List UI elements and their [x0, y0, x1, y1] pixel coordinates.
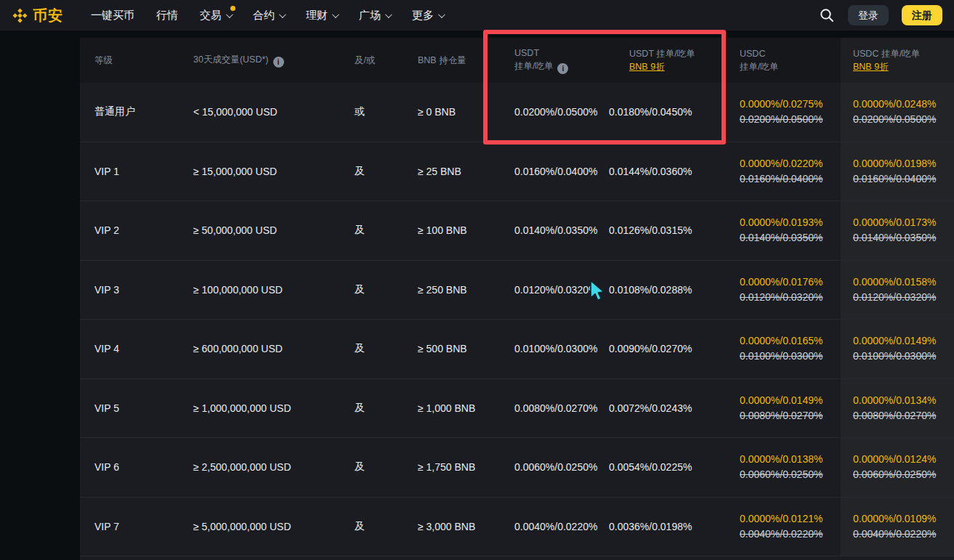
- usdc-fee-old: 0.0060%/0.0250%: [740, 467, 841, 482]
- nav-right: 登录 注册: [819, 5, 942, 25]
- usdc-bnb-fee-new: 0.0000%/0.0158%: [853, 275, 954, 290]
- level-cell: VIP 7: [80, 521, 190, 532]
- table-row: VIP 6 ≥ 2,500,000,000 USD 及 ≥ 1,750 BNB …: [80, 438, 954, 498]
- bnb-balance-cell: ≥ 3,000 BNB: [407, 521, 485, 532]
- nav-item-square[interactable]: 广场: [359, 9, 390, 23]
- usdc-bnb-fee-old: 0.0140%/0.0350%: [853, 230, 954, 245]
- volume-cell: ≥ 2,500,000,000 USD: [190, 461, 349, 473]
- nav-item-label: 理财: [306, 9, 328, 23]
- usdc-fee-cell: 0.0000%/0.0220% 0.0160%/0.0400%: [727, 156, 841, 187]
- table-row: VIP 1 ≥ 15,000,000 USD 及 ≥ 25 BNB 0.0160…: [80, 142, 954, 202]
- usdc-bnb-fee-old: 0.0060%/0.0250%: [853, 467, 954, 482]
- header-usdc-line1: USDC: [740, 47, 841, 60]
- usdc-bnb-fee-cell: 0.0000%/0.0158% 0.0120%/0.0320%: [841, 261, 954, 320]
- usdc-fee-cell: 0.0000%/0.0193% 0.0140%/0.0350%: [727, 215, 841, 245]
- usdc-fee-new: 0.0000%/0.0149%: [740, 393, 841, 408]
- chevron-down-icon: [226, 11, 233, 18]
- fee-table-body: 普通用户 < 15,000,000 USD 或 ≥ 0 BNB 0.0200%/…: [80, 83, 954, 556]
- usdc-fee-old: 0.0140%/0.0350%: [740, 230, 841, 245]
- usdt-fee-cell: 0.0100%/0.0300%: [485, 343, 596, 354]
- chevron-down-icon: [385, 11, 392, 18]
- search-icon[interactable]: [819, 7, 835, 23]
- header-volume-label: 30天成交量(USD*): [193, 54, 269, 65]
- volume-cell: ≥ 15,000,000 USD: [190, 166, 349, 177]
- chevron-down-icon: [279, 11, 286, 18]
- usdc-fee-cell: 0.0000%/0.0165% 0.0100%/0.0300%: [727, 333, 841, 364]
- usdc-fee-new: 0.0000%/0.0275%: [740, 97, 841, 112]
- header-usdt-bnb-fee: USDT 挂单/吃单 BNB 9折: [596, 47, 727, 73]
- usdc-bnb-fee-old: 0.0080%/0.0270%: [853, 408, 954, 423]
- volume-cell: ≥ 50,000,000 USD: [190, 224, 349, 236]
- fee-table-header: 等级 30天成交量(USD*)i 及/或 BNB 持仓量 USDT 挂单/吃单i…: [80, 38, 954, 83]
- and-or-cell: 及: [349, 402, 407, 415]
- usdc-fee-cell: 0.0000%/0.0275% 0.0200%/0.0500%: [727, 97, 841, 127]
- and-or-cell: 及: [349, 460, 407, 474]
- nav-item-label: 更多: [412, 9, 434, 23]
- fee-table: 等级 30天成交量(USD*)i 及/或 BNB 持仓量 USDT 挂单/吃单i…: [80, 38, 954, 560]
- nav-item-buy-crypto[interactable]: 一键买币: [91, 9, 134, 23]
- main-menu: 一键买币 行情 交易 合约 理财 广场 更多: [91, 9, 443, 23]
- usdc-bnb-fee-old: 0.0100%/0.0300%: [853, 349, 954, 364]
- usdc-bnb-fee-old: 0.0120%/0.0320%: [853, 290, 954, 305]
- bnb-balance-cell: ≥ 250 BNB: [407, 284, 485, 296]
- usdc-fee-old: 0.0160%/0.0400%: [740, 171, 841, 187]
- header-usdc-line2: 挂单/吃单: [740, 60, 841, 73]
- bnb-balance-cell: ≥ 500 BNB: [407, 343, 485, 354]
- level-cell: VIP 2: [80, 224, 190, 236]
- bnb-balance-cell: ≥ 0 BNB: [407, 106, 485, 118]
- usdt-bnb-fee-cell: 0.0126%/0.0315%: [596, 224, 727, 236]
- logo-text: 币安: [33, 6, 63, 25]
- usdt-fee-cell: 0.0140%/0.0350%: [485, 224, 596, 236]
- level-cell: VIP 6: [80, 461, 190, 473]
- usdc-bnb-fee-cell: 0.0000%/0.0248% 0.0200%/0.0500%: [841, 83, 954, 142]
- nav-item-earn[interactable]: 理财: [306, 9, 337, 23]
- header-and-or: 及/或: [349, 54, 407, 67]
- and-or-cell: 及: [349, 165, 407, 178]
- usdc-fee-old: 0.0080%/0.0270%: [740, 408, 841, 423]
- nav-item-label: 广场: [359, 9, 381, 23]
- usdc-bnb-fee-cell: 0.0000%/0.0149% 0.0100%/0.0300%: [841, 320, 954, 378]
- usdt-fee-cell: 0.0160%/0.0400%: [485, 166, 596, 177]
- bnb-discount-link[interactable]: BNB 9折: [853, 62, 889, 72]
- nav-item-more[interactable]: 更多: [412, 9, 443, 23]
- nav-item-markets[interactable]: 行情: [156, 9, 178, 23]
- usdt-bnb-fee-cell: 0.0036%/0.0198%: [596, 521, 727, 532]
- usdc-fee-cell: 0.0000%/0.0149% 0.0080%/0.0270%: [727, 393, 841, 423]
- new-feature-dot: [230, 6, 235, 11]
- nav-item-trade[interactable]: 交易: [200, 9, 231, 23]
- header-usdt-line1: USDT: [514, 46, 596, 60]
- and-or-cell: 及: [349, 283, 407, 296]
- usdc-fee-cell: 0.0000%/0.0176% 0.0120%/0.0320%: [727, 275, 841, 305]
- usdt-fee-cell: 0.0060%/0.0250%: [485, 461, 596, 473]
- binance-logo[interactable]: 币安: [12, 6, 63, 25]
- and-or-cell: 及: [349, 342, 407, 355]
- table-row: VIP 7 ≥ 5,000,000,000 USD 及 ≥ 3,000 BNB …: [80, 498, 954, 557]
- usdt-bnb-fee-cell: 0.0180%/0.0450%: [596, 106, 727, 118]
- nav-item-futures[interactable]: 合约: [253, 9, 284, 23]
- header-usdc-bnb-fee: USDC 挂单/吃单 BNB 9折: [841, 38, 954, 83]
- bnb-discount-link[interactable]: BNB 9折: [629, 62, 665, 72]
- usdc-bnb-fee-new: 0.0000%/0.0248%: [853, 97, 954, 112]
- usdc-fee-new: 0.0000%/0.0220%: [740, 156, 841, 171]
- table-row: VIP 3 ≥ 100,000,000 USD 及 ≥ 250 BNB 0.01…: [80, 261, 954, 320]
- info-icon[interactable]: i: [557, 63, 568, 74]
- top-nav: 币安 一键买币 行情 交易 合约 理财 广场 更多: [0, 0, 954, 31]
- usdc-bnb-fee-new: 0.0000%/0.0109%: [853, 511, 954, 527]
- level-cell: VIP 3: [80, 284, 190, 296]
- usdt-fee-cell: 0.0080%/0.0270%: [485, 402, 596, 414]
- volume-cell: ≥ 600,000,000 USD: [190, 343, 349, 354]
- usdt-bnb-fee-cell: 0.0144%/0.0360%: [596, 166, 727, 177]
- table-row: VIP 4 ≥ 600,000,000 USD 及 ≥ 500 BNB 0.01…: [80, 320, 954, 379]
- header-usdt-bnb-line1: USDT 挂单/吃单: [629, 47, 727, 60]
- level-cell: 普通用户: [80, 105, 190, 118]
- volume-cell: < 15,000,000 USD: [190, 106, 349, 118]
- usdt-bnb-fee-cell: 0.0108%/0.0288%: [596, 284, 727, 296]
- usdc-fee-new: 0.0000%/0.0176%: [740, 275, 841, 290]
- usdt-bnb-fee-cell: 0.0090%/0.0270%: [596, 343, 727, 354]
- header-volume: 30天成交量(USD*)i: [190, 53, 349, 68]
- info-icon[interactable]: i: [273, 57, 284, 68]
- bnb-balance-cell: ≥ 25 BNB: [407, 166, 485, 177]
- login-button[interactable]: 登录: [848, 5, 889, 25]
- register-button[interactable]: 注册: [902, 5, 942, 25]
- usdc-fee-old: 0.0200%/0.0500%: [740, 112, 841, 127]
